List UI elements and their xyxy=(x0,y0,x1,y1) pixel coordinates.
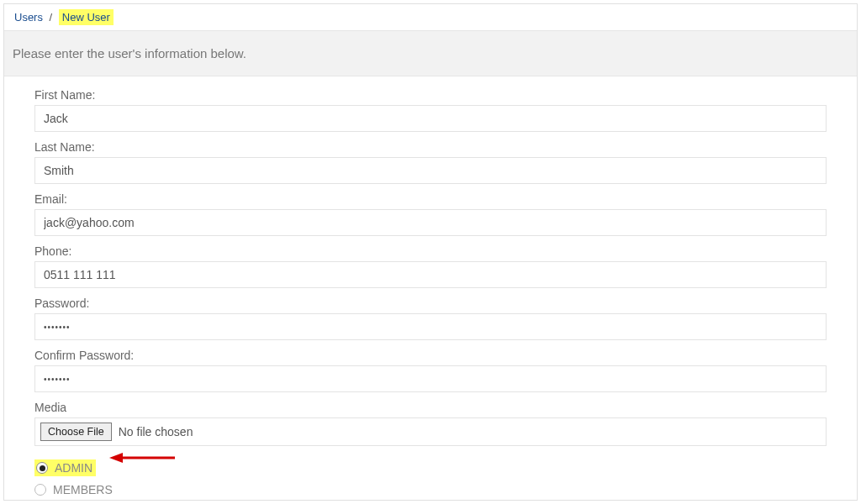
input-first-name[interactable] xyxy=(34,105,827,132)
radio-icon xyxy=(34,484,46,496)
input-last-name[interactable] xyxy=(34,157,827,184)
input-confirm-password[interactable] xyxy=(34,365,827,392)
input-password[interactable] xyxy=(34,313,827,340)
field-email: Email: xyxy=(34,192,827,236)
field-password: Password: xyxy=(34,297,827,340)
label-email: Email: xyxy=(34,192,827,206)
breadcrumb-separator: / xyxy=(50,11,53,24)
input-phone[interactable] xyxy=(34,261,827,288)
role-label-members: MEMBERS xyxy=(53,483,113,496)
label-first-name: First Name: xyxy=(34,88,827,102)
field-media: Media Choose File No file chosen xyxy=(34,401,827,446)
breadcrumb-parent-link[interactable]: Users xyxy=(14,11,43,24)
file-input-row[interactable]: Choose File No file chosen xyxy=(34,417,827,446)
breadcrumb-current: New User xyxy=(59,9,114,25)
choose-file-button[interactable]: Choose File xyxy=(40,423,112,441)
label-media: Media xyxy=(34,401,827,414)
role-label-admin: ADMIN xyxy=(55,461,92,475)
input-email[interactable] xyxy=(34,209,827,236)
field-last-name: Last Name: xyxy=(34,140,827,184)
instruction-bar: Please enter the user's information belo… xyxy=(4,30,857,76)
label-password: Password: xyxy=(34,297,827,310)
label-phone: Phone: xyxy=(34,244,827,258)
breadcrumb: Users / New User xyxy=(4,4,857,30)
radio-icon xyxy=(36,462,48,474)
form-area: First Name: Last Name: Email: Phone: Pas… xyxy=(4,76,857,496)
role-radio-group: ADMIN MEMBERS xyxy=(34,459,827,496)
label-confirm-password: Confirm Password: xyxy=(34,349,827,362)
field-confirm-password: Confirm Password: xyxy=(34,349,827,392)
role-option-members[interactable]: MEMBERS xyxy=(34,483,827,496)
field-first-name: First Name: xyxy=(34,88,827,132)
field-phone: Phone: xyxy=(34,244,827,288)
file-status-text: No file chosen xyxy=(119,425,193,438)
new-user-panel: Users / New User Please enter the user's… xyxy=(3,3,858,501)
label-last-name: Last Name: xyxy=(34,140,827,154)
role-option-admin[interactable]: ADMIN xyxy=(34,459,96,476)
